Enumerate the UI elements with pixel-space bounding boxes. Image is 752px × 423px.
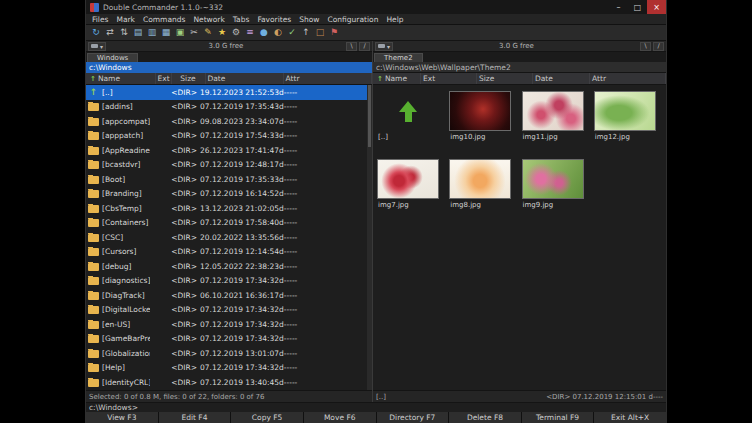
cut-icon[interactable]: ✂ bbox=[188, 27, 200, 39]
file-row[interactable]: [diagnostics]<DIR>07.12.2019 17:34:32d--… bbox=[86, 274, 367, 289]
fn-button-delete-f8[interactable]: Delete F8 bbox=[449, 412, 521, 423]
thumbnail-item[interactable]: img7.jpg bbox=[376, 158, 446, 222]
right-parent-dir-button[interactable]: / bbox=[653, 42, 664, 51]
command-input[interactable] bbox=[140, 404, 663, 412]
horizontal-panels-icon[interactable]: ⇅ bbox=[118, 27, 130, 39]
file-name: [en-US] bbox=[102, 320, 130, 329]
file-row[interactable]: [Globalization]<DIR>07.12.2019 13:01:07d… bbox=[86, 346, 367, 361]
maximize-button[interactable]: □ bbox=[628, 0, 647, 14]
column-header-attr[interactable]: Attr bbox=[284, 73, 373, 84]
column-header-attr[interactable]: Attr bbox=[590, 73, 666, 84]
column-header-date[interactable]: Date bbox=[533, 73, 590, 84]
file-row[interactable]: [Branding]<DIR>07.12.2019 16:14:52d----- bbox=[86, 187, 367, 202]
file-row[interactable]: ↑[..]<DIR>19.12.2023 21:52:53d----- bbox=[86, 85, 367, 100]
file-row[interactable]: [GameBarPresenceWriter]<DIR>07.12.2019 1… bbox=[86, 332, 367, 347]
file-row[interactable]: [debug]<DIR>12.05.2022 22:38:23d----- bbox=[86, 259, 367, 274]
search-icon[interactable]: ● bbox=[258, 27, 270, 39]
left-path-bar[interactable]: c:\Windows bbox=[86, 62, 372, 73]
fn-button-exit-alt-x[interactable]: Exit Alt+X bbox=[594, 412, 666, 423]
thumbnail-item[interactable]: img8.jpg bbox=[448, 158, 518, 222]
edit-icon[interactable]: ✎ bbox=[202, 27, 214, 39]
fn-button-move-f6[interactable]: Move F6 bbox=[304, 412, 376, 423]
file-row[interactable]: [appcompat]<DIR>09.08.2023 23:34:07d----… bbox=[86, 114, 367, 129]
close-button[interactable]: × bbox=[647, 0, 666, 14]
flag-icon[interactable]: ⚑ bbox=[328, 27, 340, 39]
left-scrollbar[interactable] bbox=[367, 85, 372, 390]
brief-view-icon[interactable]: ▤ bbox=[132, 27, 144, 39]
file-date: 06.10.2021 16:36:17 bbox=[200, 291, 279, 300]
right-path-bar[interactable]: c:\Windows\Web\Wallpaper\Theme2 bbox=[373, 62, 666, 73]
menu-item-configuration[interactable]: Configuration bbox=[324, 15, 383, 24]
file-row[interactable]: [apppatch]<DIR>07.12.2019 17:54:33d----- bbox=[86, 129, 367, 144]
column-header-ext[interactable]: Ext bbox=[421, 73, 477, 84]
file-row[interactable]: [IdentityCRL]<DIR>07.12.2019 13:40:45d--… bbox=[86, 375, 367, 390]
thumbnail-item[interactable]: [..] bbox=[376, 90, 446, 154]
goto-parent-icon[interactable]: ↑ bbox=[300, 27, 312, 39]
options-icon[interactable]: ⚙ bbox=[230, 27, 242, 39]
folder-icon bbox=[88, 277, 99, 285]
file-row[interactable]: [CSC]<DIR>20.02.2022 13:35:56d----- bbox=[86, 230, 367, 245]
menu-item-network[interactable]: Network bbox=[189, 15, 228, 24]
refresh-icon[interactable]: ↻ bbox=[90, 27, 102, 39]
column-header-name[interactable]: ↑Name bbox=[373, 73, 421, 84]
column-header-date[interactable]: Date bbox=[206, 73, 284, 84]
file-size: <DIR> bbox=[166, 349, 200, 358]
tab-windows[interactable]: Windows bbox=[87, 53, 138, 62]
fn-button-edit-f4[interactable]: Edit F4 bbox=[159, 412, 231, 423]
column-header-size[interactable]: Size bbox=[477, 73, 533, 84]
fn-button-view-f3[interactable]: View F3 bbox=[86, 412, 158, 423]
favorites-icon[interactable]: ★ bbox=[216, 27, 228, 39]
swap-panels-icon[interactable]: ⇄ bbox=[104, 27, 116, 39]
file-row[interactable]: [CbsTemp]<DIR>13.12.2023 21:02:05d----- bbox=[86, 201, 367, 216]
file-row[interactable]: [Boot]<DIR>07.12.2019 17:35:33d----- bbox=[86, 172, 367, 187]
file-row[interactable]: [AppReadiness]<DIR>26.12.2023 17:41:47d-… bbox=[86, 143, 367, 158]
file-row[interactable]: [bcastdvr]<DIR>07.12.2019 12:48:17d----- bbox=[86, 158, 367, 173]
thumbnail-item[interactable]: img10.jpg bbox=[448, 90, 518, 154]
fn-button-copy-f5[interactable]: Copy F5 bbox=[231, 412, 303, 423]
column-header-ext[interactable]: Ext bbox=[156, 73, 172, 84]
menu-item-help[interactable]: Help bbox=[382, 15, 407, 24]
menu-item-commands[interactable]: Commands bbox=[139, 15, 189, 24]
file-row[interactable]: [DigitalLocker]<DIR>07.12.2019 17:34:32d… bbox=[86, 303, 367, 318]
compare-icon[interactable]: ◐ bbox=[272, 27, 284, 39]
file-row[interactable]: [Help]<DIR>07.12.2019 17:34:32d----- bbox=[86, 361, 367, 376]
thumbnail-item[interactable]: img11.jpg bbox=[521, 90, 591, 154]
parent-dir-icon: ↑ bbox=[88, 88, 99, 97]
file-row[interactable]: [addins]<DIR>07.12.2019 17:35:43d----- bbox=[86, 100, 367, 115]
left-parent-dir-button[interactable]: / bbox=[359, 42, 370, 51]
folder-icon bbox=[88, 321, 99, 329]
title-bar[interactable]: Double Commander 1.1.0-~332 – □ × bbox=[86, 0, 666, 14]
left-root-dir-button[interactable]: \ bbox=[346, 42, 357, 51]
column-header-name[interactable]: ↑Name bbox=[86, 73, 156, 84]
full-view-icon[interactable]: ▥ bbox=[146, 27, 158, 39]
fn-button-terminal-f9[interactable]: Terminal F9 bbox=[522, 412, 594, 423]
column-header-size[interactable]: Size bbox=[172, 73, 206, 84]
file-panels: ▾ 3.0 G free \ / Windows c:\Windows ↑Nam… bbox=[86, 41, 666, 402]
file-row[interactable]: [DiagTrack]<DIR>06.10.2021 16:36:17d----… bbox=[86, 288, 367, 303]
checksum-icon[interactable]: ✓ bbox=[286, 27, 298, 39]
file-date: 07.12.2019 16:14:52 bbox=[200, 189, 279, 198]
menu-item-tabs[interactable]: Tabs bbox=[229, 15, 254, 24]
menu-item-show[interactable]: Show bbox=[295, 15, 323, 24]
minimize-button[interactable]: – bbox=[609, 0, 628, 14]
file-row[interactable]: [Containers]<DIR>07.12.2019 17:58:40d---… bbox=[86, 216, 367, 231]
file-row[interactable]: [en-US]<DIR>07.12.2019 17:34:32d----- bbox=[86, 317, 367, 332]
right-drive-select-button[interactable]: ▾ bbox=[375, 42, 393, 51]
fn-button-directory-f7[interactable]: Directory F7 bbox=[377, 412, 449, 423]
menu-item-favorites[interactable]: Favorites bbox=[253, 15, 295, 24]
thumbnail-item[interactable]: img12.jpg bbox=[593, 90, 663, 154]
archive-icon[interactable]: □ bbox=[314, 27, 326, 39]
thumbnails-view-icon[interactable]: ▦ bbox=[160, 27, 172, 39]
thumbnail-item[interactable]: img9.jpg bbox=[521, 158, 591, 222]
function-key-bar: View F3Edit F4Copy F5Move F6Directory F7… bbox=[86, 412, 666, 423]
menu-item-files[interactable]: Files bbox=[88, 15, 112, 24]
flat-view-icon[interactable]: ≡ bbox=[244, 27, 256, 39]
left-drive-select-button[interactable]: ▾ bbox=[88, 42, 106, 51]
folder-icon bbox=[88, 234, 99, 242]
left-scrollbar-thumb[interactable] bbox=[368, 85, 371, 147]
tab-theme2[interactable]: Theme2 bbox=[374, 53, 423, 62]
menu-item-mark[interactable]: Mark bbox=[112, 15, 139, 24]
copy-path-icon[interactable]: ▣ bbox=[174, 27, 186, 39]
right-root-dir-button[interactable]: \ bbox=[640, 42, 651, 51]
file-row[interactable]: [Cursors]<DIR>07.12.2019 12:14:54d----- bbox=[86, 245, 367, 260]
